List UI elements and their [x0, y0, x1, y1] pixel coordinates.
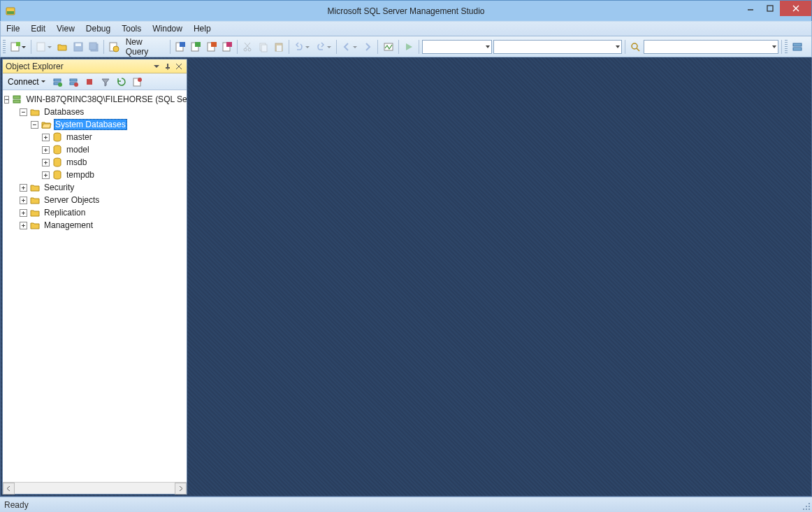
tree-db-node[interactable]: + model: [4, 143, 185, 156]
scroll-right-icon[interactable]: [175, 483, 187, 495]
close-button[interactable]: [780, 1, 811, 16]
scroll-left-icon[interactable]: [3, 483, 15, 495]
redo-button[interactable]: [313, 39, 333, 55]
disconnect-icon[interactable]: [66, 75, 80, 89]
find-button[interactable]: [628, 39, 642, 55]
panel-horizontal-scrollbar[interactable]: [3, 482, 187, 494]
find-combo[interactable]: [644, 40, 778, 54]
expander-icon[interactable]: −: [31, 121, 38, 129]
filter-icon[interactable]: [99, 75, 113, 89]
copy-button[interactable]: [256, 39, 270, 55]
expander-icon[interactable]: +: [20, 209, 27, 217]
svg-rect-38: [168, 69, 168, 70]
expander-icon[interactable]: −: [4, 96, 9, 104]
expander-icon[interactable]: +: [42, 134, 50, 141]
tree-db-node[interactable]: + master: [4, 131, 185, 143]
nav-back-button[interactable]: [340, 39, 359, 55]
connect-button[interactable]: Connect: [5, 75, 48, 89]
de-query-button[interactable]: [173, 39, 187, 55]
save-button[interactable]: [71, 39, 85, 55]
expander-icon[interactable]: +: [20, 197, 27, 204]
database-icon: [52, 157, 63, 168]
object-explorer-panel: Object Explorer Connect − WIN-B87QRINC38…: [2, 59, 187, 495]
menu-file[interactable]: File: [1, 22, 25, 35]
menu-debug[interactable]: Debug: [80, 22, 116, 35]
svg-rect-16: [180, 42, 185, 47]
connect-label: Connect: [8, 77, 39, 87]
menu-window[interactable]: Window: [147, 22, 188, 35]
solution-config-combo[interactable]: [493, 40, 622, 54]
new-query-icon[interactable]: [107, 39, 121, 55]
folder-icon: [29, 220, 41, 231]
open-file-button[interactable]: [55, 39, 69, 55]
panel-menu-icon[interactable]: [152, 62, 161, 71]
app-icon: [5, 6, 16, 17]
object-explorer-titlebar[interactable]: Object Explorer: [3, 59, 187, 73]
panel-close-icon[interactable]: [174, 62, 184, 71]
pin-icon[interactable]: [163, 62, 173, 71]
window-controls: [741, 1, 811, 16]
maximize-button[interactable]: [760, 1, 780, 16]
paste-button[interactable]: [272, 39, 286, 55]
nav-fwd-button[interactable]: [361, 39, 375, 55]
svg-point-60: [806, 509, 807, 510]
tree-folder-node[interactable]: + Server Objects: [4, 194, 185, 206]
object-explorer-tree[interactable]: − WIN-B87QRINC38Q\FILEHORSE (SQL Server …: [3, 90, 187, 482]
expander-icon[interactable]: +: [20, 222, 27, 229]
connect-object-explorer-icon[interactable]: [50, 75, 64, 89]
expander-icon[interactable]: +: [42, 146, 50, 154]
tree-databases-label: Databases: [43, 107, 85, 117]
minimize-button[interactable]: [741, 1, 760, 16]
tree-db-node[interactable]: + msdb: [4, 156, 185, 169]
tree-databases-node[interactable]: − Databases: [4, 106, 185, 118]
registered-servers-button[interactable]: [790, 39, 804, 55]
tree-folder-label: Security: [43, 183, 75, 192]
tree-folder-node[interactable]: + Replication: [4, 206, 185, 219]
toolbar-grip[interactable]: [785, 40, 788, 54]
menu-view[interactable]: View: [51, 22, 80, 35]
activity-monitor-button[interactable]: [381, 39, 395, 55]
dmx-query-button[interactable]: [204, 39, 218, 55]
refresh-icon[interactable]: [115, 75, 129, 89]
tree-folder-node[interactable]: + Management: [4, 219, 185, 232]
tree-db-node[interactable]: + tempdb: [4, 169, 185, 181]
new-project-button[interactable]: [8, 39, 28, 55]
tree-server-node[interactable]: − WIN-B87QRINC38Q\FILEHORSE (SQL Server …: [4, 93, 185, 106]
expander-icon[interactable]: +: [42, 171, 50, 179]
xmla-query-button[interactable]: [220, 39, 234, 55]
stop-icon[interactable]: [82, 75, 96, 89]
properties-button[interactable]: [806, 39, 809, 55]
mdx-query-button[interactable]: [189, 39, 203, 55]
menu-edit[interactable]: Edit: [25, 22, 51, 35]
toolbar-separator: [625, 40, 625, 54]
tree-folder-label: Management: [43, 220, 94, 230]
menu-help[interactable]: Help: [188, 22, 217, 35]
database-combo[interactable]: [422, 40, 492, 54]
toolbar-grip[interactable]: [3, 40, 6, 54]
start-debug-button[interactable]: [402, 39, 416, 55]
expander-icon[interactable]: +: [42, 159, 50, 166]
menu-tools[interactable]: Tools: [116, 22, 147, 35]
svg-rect-44: [70, 79, 77, 81]
new-query-label[interactable]: New Query: [123, 37, 167, 57]
tree-system-databases-node[interactable]: − System Databases: [4, 118, 185, 131]
svg-rect-37: [166, 67, 170, 69]
report-icon[interactable]: [131, 75, 145, 89]
toolbar-separator: [336, 40, 337, 54]
add-item-button[interactable]: [34, 39, 54, 55]
cut-button[interactable]: [240, 39, 254, 55]
svg-rect-22: [226, 42, 232, 47]
tree-folder-node[interactable]: + Security: [4, 181, 185, 194]
folder-icon: [29, 207, 41, 218]
resize-grip-icon[interactable]: [802, 502, 811, 511]
svg-point-24: [248, 48, 251, 51]
save-all-button[interactable]: [87, 39, 101, 55]
undo-button[interactable]: [292, 39, 312, 55]
expander-icon[interactable]: −: [20, 108, 27, 116]
svg-rect-3: [767, 6, 773, 11]
expander-icon[interactable]: +: [20, 184, 27, 192]
svg-point-14: [113, 46, 119, 52]
folder-icon: [29, 194, 41, 206]
tree-folder-label: Replication: [43, 208, 87, 218]
svg-line-33: [637, 48, 639, 51]
